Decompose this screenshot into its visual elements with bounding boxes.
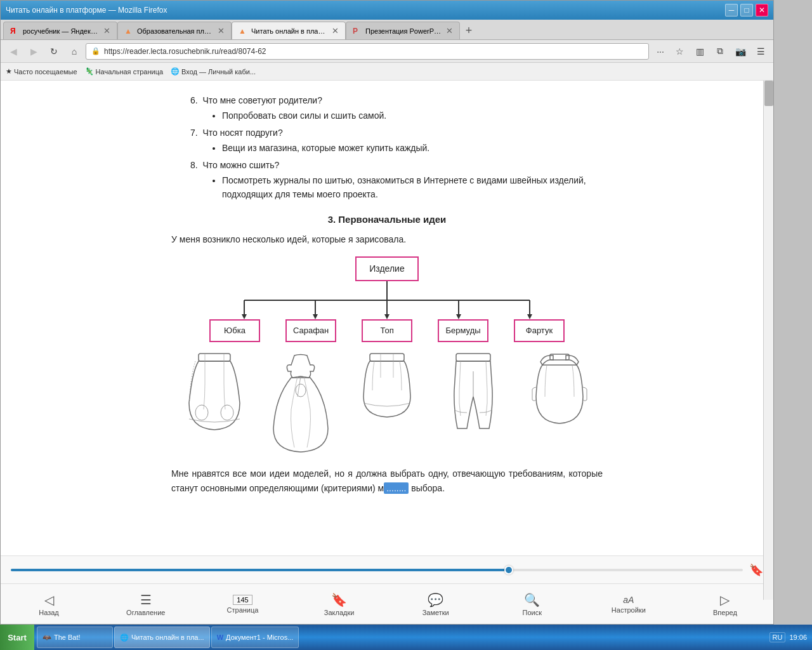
- progress-bar-container: 🔖: [1, 555, 773, 583]
- screenshot-button[interactable]: 📷: [731, 43, 749, 60]
- sketches-row: [171, 352, 603, 454]
- home-button[interactable]: ⌂: [65, 43, 83, 60]
- bookmark-home[interactable]: 🦎 Начальная страница: [85, 67, 163, 76]
- new-tab-button[interactable]: +: [460, 22, 478, 39]
- bookmarks-bar: ★ Часто посещаемые 🦎 Начальная страница …: [1, 63, 773, 81]
- skirt-sketch-svg: [186, 352, 243, 435]
- toolbar-search[interactable]: 🔍 Поиск: [513, 592, 551, 616]
- tab-view-button[interactable]: ⧉: [711, 43, 729, 60]
- forward-button[interactable]: ▶: [25, 43, 43, 60]
- tab-3[interactable]: ▲ Читать онлайн в плафт... ✕: [232, 22, 346, 39]
- minimize-button[interactable]: ─: [725, 4, 738, 17]
- tab-close-4[interactable]: ✕: [446, 26, 453, 36]
- bottom-toolbar: ◁ Назад ☰ Оглавление 145 Страница 🔖 Закл…: [1, 583, 773, 624]
- bookmark-label-3: Вход — Личный каби...: [181, 68, 256, 76]
- bullet-7-1: Вещи из магазина, которые может купить к…: [222, 141, 603, 155]
- taskbar-bat[interactable]: 🦇 The Bat!: [37, 627, 113, 648]
- sketch-sarafan: [272, 352, 329, 454]
- address-bar[interactable]: 🔒 https://reader.lecta.rosuchebnik.ru/re…: [86, 43, 649, 60]
- item-6-text: Что мне советуют родители?: [202, 95, 322, 105]
- progress-line[interactable]: [11, 569, 743, 571]
- save-bookmark-button[interactable]: 🔖: [749, 563, 763, 577]
- diagram-child-5: Фартук: [514, 319, 565, 343]
- page-inner: 6. Что мне советуют родители? Попробоват…: [146, 81, 628, 555]
- bookmarks-label: Закладки: [324, 609, 355, 616]
- url-text: https://reader.lecta.rosuchebnik.ru/read…: [104, 47, 643, 56]
- toolbar-notes[interactable]: 💬 Заметки: [417, 592, 455, 616]
- forward-icon: ▷: [720, 592, 730, 607]
- scrollbar[interactable]: [763, 81, 773, 600]
- diagram-child-1: Юбка: [209, 319, 260, 343]
- gecko-icon: 🦎: [85, 67, 94, 76]
- progress-dot[interactable]: [504, 566, 513, 574]
- notes-icon: 💬: [428, 592, 443, 607]
- page-badge: 145: [233, 595, 252, 605]
- back-label: Назад: [39, 609, 59, 616]
- tab-label-1: росучебник — Яндекс...: [23, 27, 100, 35]
- svg-rect-12: [199, 354, 230, 361]
- list-item-8: 8. Что можно сшить? Посмотреть журналы п…: [190, 158, 603, 202]
- reload-button[interactable]: ↻: [45, 43, 63, 60]
- item-6-number: 6.: [190, 95, 202, 105]
- toolbar-toc[interactable]: ☰ Оглавление: [126, 592, 165, 616]
- taskbar-browser[interactable]: 🌐 Читать онлайн в пла...: [114, 627, 210, 648]
- svg-marker-11: [527, 314, 532, 319]
- tab-4[interactable]: P Презентация PowerPoin... ✕: [346, 22, 460, 39]
- tab-1[interactable]: Я росучебник — Яндекс... ✕: [3, 22, 117, 39]
- tab-close-1[interactable]: ✕: [103, 26, 110, 36]
- top-sketch-svg: [358, 352, 416, 428]
- page-number: 145: [237, 596, 248, 604]
- nav-extras: ··· ☆: [652, 43, 688, 60]
- sidebar-button[interactable]: ▥: [691, 43, 709, 60]
- svg-point-14: [221, 405, 233, 420]
- close-button[interactable]: ✕: [756, 4, 768, 17]
- back-button[interactable]: ◀: [4, 43, 22, 60]
- more-options-button[interactable]: ···: [652, 43, 669, 60]
- settings-label: Настройки: [612, 606, 646, 614]
- svg-marker-9: [456, 314, 461, 319]
- scrollbar-thumb[interactable]: [764, 81, 773, 106]
- toolbar-back[interactable]: ◁ Назад: [30, 592, 68, 616]
- toolbar-bookmarks[interactable]: 🔖 Закладки: [320, 592, 358, 616]
- lang-indicator[interactable]: RU: [769, 632, 786, 642]
- toc-label: Оглавление: [126, 609, 165, 616]
- sketch-top: [358, 352, 416, 428]
- toolbar-page[interactable]: 145 Страница: [224, 595, 262, 614]
- tab-favicon-1: Я: [10, 27, 19, 36]
- bat-label: The Bat!: [54, 633, 81, 641]
- taskbar-clock: 19:06: [789, 633, 807, 642]
- taskbar-items: 🦇 The Bat! 🌐 Читать онлайн в пла... W До…: [34, 627, 764, 648]
- tab-label-2: Образовательная плат...: [137, 27, 214, 35]
- tab-2[interactable]: ▲ Образовательная плат... ✕: [117, 22, 232, 39]
- toolbar-settings[interactable]: аА Настройки: [610, 595, 648, 614]
- forward-label: Вперед: [713, 609, 737, 616]
- diagram-child-4: Бермуды: [438, 319, 488, 343]
- menu-button[interactable]: ☰: [752, 43, 769, 60]
- bookmark-star-button[interactable]: ☆: [671, 43, 688, 60]
- title-bar-text: Читать онлайн в платформе — Mozilla Fire…: [6, 6, 723, 15]
- start-button[interactable]: Start: [0, 625, 34, 650]
- diagram-child-3: Топ: [362, 319, 412, 343]
- bookmark-cabinet[interactable]: 🌐 Вход — Личный каби...: [171, 67, 256, 76]
- maximize-button[interactable]: □: [740, 4, 753, 17]
- clock-time: 19:06: [789, 633, 807, 642]
- tab-label-3: Читать онлайн в плафт...: [251, 27, 328, 35]
- taskbar-word[interactable]: W Документ1 - Micros...: [211, 627, 299, 648]
- svg-marker-5: [313, 314, 318, 319]
- star-icon: ★: [6, 67, 12, 76]
- tab-favicon-4: P: [353, 27, 362, 36]
- tab-label-4: Презентация PowerPoin...: [365, 27, 442, 35]
- bullet-6-1: Попробовать свои силы и сшить самой.: [222, 109, 603, 123]
- section-title: 3. Первоначальные идеи: [171, 212, 603, 227]
- list-item-6: 6. Что мне советуют родители? Попробоват…: [190, 93, 603, 123]
- taskbar: Start 🦇 The Bat! 🌐 Читать онлайн в пла..…: [0, 625, 812, 650]
- tab-close-3[interactable]: ✕: [332, 26, 339, 36]
- toolbar-forward[interactable]: ▷ Вперед: [706, 592, 744, 616]
- taskbar-right: RU 19:06: [764, 632, 812, 642]
- settings-icon: аА: [623, 595, 634, 605]
- svg-rect-17: [456, 354, 490, 361]
- tab-favicon-2: ▲: [124, 27, 133, 36]
- notes-label: Заметки: [422, 609, 449, 616]
- bookmark-frequent[interactable]: ★ Часто посещаемые: [6, 67, 77, 76]
- tab-close-2[interactable]: ✕: [218, 26, 225, 36]
